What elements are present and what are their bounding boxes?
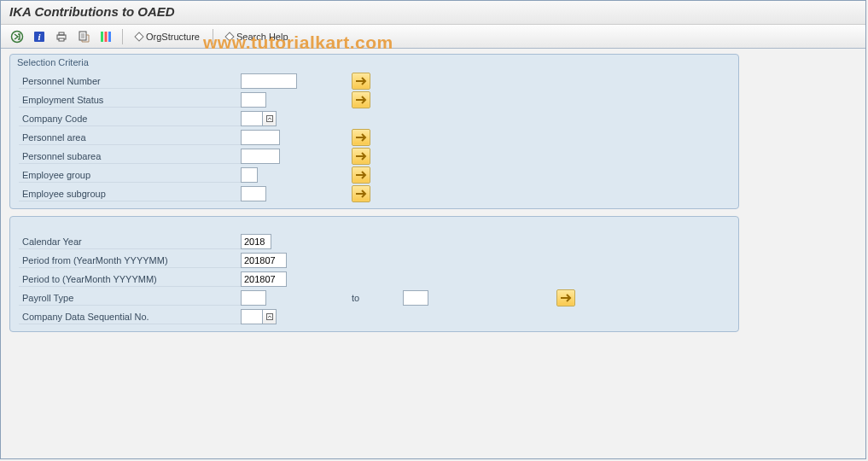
execute-icon[interactable]: [8, 28, 26, 45]
personnel-subarea-input[interactable]: [241, 149, 280, 164]
svg-rect-9: [108, 32, 111, 42]
multiple-selection-button[interactable]: [352, 129, 370, 146]
employee-group-label: Employee group: [19, 168, 241, 183]
search-help-button[interactable]: Search Help: [220, 28, 294, 45]
value-help-icon[interactable]: [263, 309, 277, 324]
calendar-year-input[interactable]: [241, 234, 271, 249]
multiple-selection-button[interactable]: [352, 166, 370, 184]
employee-subgroup-input[interactable]: [241, 186, 266, 201]
toolbar: i OrgStructure Search Help: [1, 25, 865, 49]
personnel-number-input[interactable]: [241, 73, 297, 89]
company-data-seq-label: Company Data Sequential No.: [19, 310, 241, 324]
multiple-selection-button[interactable]: [556, 289, 575, 306]
employee-group-input[interactable]: [241, 167, 258, 183]
company-code-label: Company Code: [19, 112, 241, 126]
multiple-selection-button[interactable]: [352, 185, 370, 202]
svg-rect-11: [266, 314, 272, 320]
value-help-icon[interactable]: [263, 111, 277, 126]
print-icon[interactable]: [52, 28, 71, 45]
personnel-number-label: Personnel Number: [19, 74, 241, 89]
period-to-input[interactable]: [241, 271, 287, 287]
company-code-input[interactable]: [241, 111, 263, 126]
payroll-type-label: Payroll Type: [19, 291, 241, 306]
svg-rect-8: [105, 32, 108, 42]
period-to-label: Period to (YearMonth YYYYMM): [19, 272, 241, 287]
org-structure-label: OrgStructure: [146, 32, 200, 42]
multiple-selection-button[interactable]: [352, 148, 370, 165]
variant-get-icon[interactable]: [74, 28, 93, 45]
calendar-year-label: Calendar Year: [19, 235, 241, 249]
employment-status-input[interactable]: [241, 92, 266, 108]
page-title: IKA Contributions to OAED: [1, 1, 865, 25]
to-label: to: [352, 293, 403, 303]
diamond-icon: [224, 32, 234, 41]
multiple-selection-button[interactable]: [352, 73, 370, 90]
personnel-area-label: Personnel area: [19, 131, 241, 145]
personnel-subarea-label: Personnel subarea: [19, 149, 241, 164]
employment-status-label: Employment Status: [19, 93, 241, 108]
toolbar-separator: [122, 29, 123, 44]
payroll-type-low-input[interactable]: [241, 290, 266, 306]
multiple-selection-button[interactable]: [352, 91, 370, 108]
payroll-type-high-input[interactable]: [403, 290, 428, 306]
svg-rect-4: [59, 32, 64, 35]
toolbar-separator: [213, 29, 213, 44]
period-from-input[interactable]: [241, 253, 287, 268]
period-from-label: Period from (YearMonth YYYYMM): [19, 254, 241, 268]
info-icon[interactable]: i: [30, 28, 49, 45]
search-help-label: Search Help: [236, 32, 288, 42]
sort-icon[interactable]: [96, 28, 115, 45]
svg-rect-10: [266, 116, 272, 122]
company-data-seq-input[interactable]: [241, 309, 263, 324]
selection-criteria-group: Selection Criteria Personnel Number Empl…: [9, 54, 739, 209]
employee-subgroup-label: Employee subgroup: [19, 187, 241, 201]
svg-rect-7: [101, 32, 103, 42]
personnel-area-input[interactable]: [241, 130, 280, 145]
org-structure-button[interactable]: OrgStructure: [130, 28, 206, 45]
diamond-icon: [134, 32, 143, 41]
period-group: Calendar Year Period from (YearMonth YYY…: [9, 216, 739, 332]
group-title: Selection Criteria: [10, 55, 738, 72]
svg-rect-5: [59, 38, 64, 41]
